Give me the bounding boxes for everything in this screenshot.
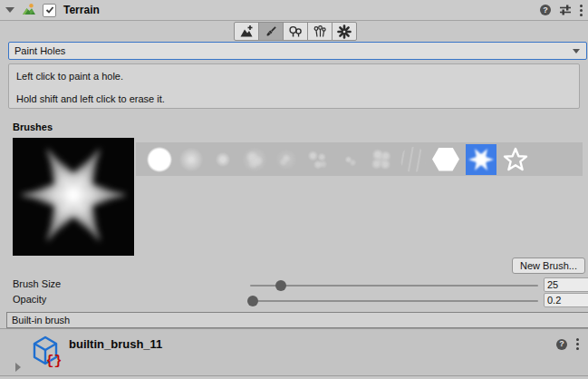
brush-tile-circle[interactable] xyxy=(147,147,172,172)
component-header: Terrain ? xyxy=(0,0,588,21)
brush-source-label: Built-in brush xyxy=(12,315,70,326)
star6-icon xyxy=(466,144,496,175)
brush-size-field[interactable] xyxy=(544,277,588,292)
tool-paint-trees[interactable] xyxy=(283,22,308,41)
brush-asset-name: builtin_brush_11 xyxy=(69,337,162,351)
opacity-label: Opacity xyxy=(13,294,46,305)
tool-create-neighbor-terrains[interactable] xyxy=(234,22,259,41)
opacity-slider[interactable] xyxy=(250,300,538,302)
brush-tile-noise[interactable] xyxy=(305,147,331,172)
brush-tile-star6-selected[interactable] xyxy=(466,144,496,175)
brush-asset-header: {} builtin_brush_11 ? xyxy=(0,328,588,376)
tool-paint-terrain[interactable] xyxy=(258,22,284,41)
presets-icon[interactable] xyxy=(559,4,572,16)
flowers-icon xyxy=(313,24,327,39)
brush-tile-noise[interactable] xyxy=(369,147,394,172)
asset-foldout-arrow-icon[interactable] xyxy=(15,363,21,372)
help-line-1: Left click to paint a hole. xyxy=(16,70,572,92)
mountain-plus-icon xyxy=(239,24,254,39)
opacity-slider-handle[interactable] xyxy=(247,296,258,306)
brush-tile-noise[interactable] xyxy=(337,147,362,172)
foldout-arrow-icon[interactable] xyxy=(5,7,14,13)
brush-preview xyxy=(13,138,134,256)
trees-icon xyxy=(288,24,303,39)
brush-size-slider-handle[interactable] xyxy=(275,280,286,291)
brush-tile-noise[interactable] xyxy=(274,147,299,172)
help-line-2: Hold shift and left click to erase it. xyxy=(16,92,572,115)
paintbrush-icon xyxy=(264,24,278,39)
gear-icon xyxy=(337,24,352,39)
star5-outline-icon xyxy=(503,147,528,172)
terrain-inspector: Terrain ? xyxy=(0,0,588,379)
brush-source-dropdown[interactable]: Built-in brush xyxy=(6,312,588,328)
brush-tile-soft[interactable] xyxy=(178,147,204,172)
component-title: Terrain xyxy=(63,4,100,16)
tool-paint-details[interactable] xyxy=(307,22,333,41)
brushes-section-label: Brushes xyxy=(13,121,53,132)
scriptable-object-cube-icon: {} xyxy=(30,335,63,367)
brush-preview-star xyxy=(13,138,134,256)
brush-tile-dot[interactable] xyxy=(210,147,236,172)
asset-help-icon[interactable]: ? xyxy=(556,339,567,350)
opacity-field[interactable] xyxy=(544,293,588,307)
enabled-checkbox[interactable] xyxy=(43,4,56,17)
asset-kebab-menu-icon[interactable] xyxy=(576,338,579,350)
svg-text:{}: {} xyxy=(46,354,63,367)
paint-tool-selected-value: Paint Holes xyxy=(14,45,65,56)
brush-strip xyxy=(136,142,583,176)
brush-tile-star5[interactable] xyxy=(503,147,528,172)
terrain-icon xyxy=(22,3,36,17)
brush-size-slider[interactable] xyxy=(250,285,538,287)
brush-tile-hexagon[interactable] xyxy=(432,148,459,171)
brush-tile-streaks[interactable] xyxy=(400,147,426,172)
new-brush-button[interactable]: New Brush... xyxy=(512,258,585,274)
brush-size-label: Brush Size xyxy=(13,278,61,289)
tool-terrain-settings[interactable] xyxy=(332,22,357,41)
brush-tile-noise[interactable] xyxy=(242,147,267,172)
chevron-down-icon xyxy=(573,49,580,53)
tool-help-box: Left click to paint a hole. Hold shift a… xyxy=(8,63,580,109)
terrain-toolbar xyxy=(234,22,357,41)
paint-tool-dropdown[interactable]: Paint Holes xyxy=(8,42,587,60)
checkmark-icon xyxy=(45,5,54,15)
help-icon[interactable]: ? xyxy=(540,5,551,15)
kebab-menu-icon[interactable] xyxy=(580,5,583,16)
